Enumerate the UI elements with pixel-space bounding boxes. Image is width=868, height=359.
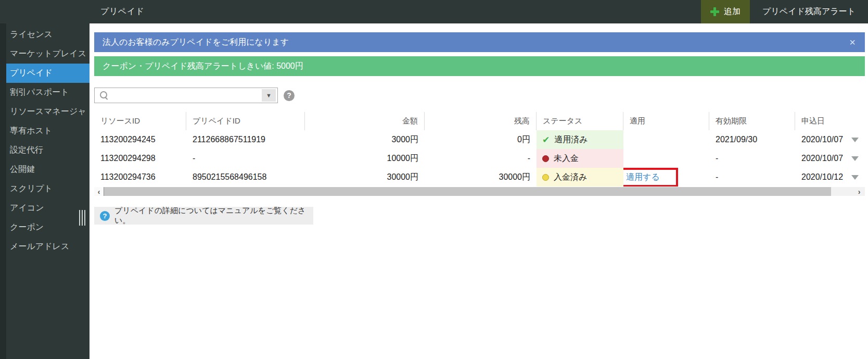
scrollbar-thumb[interactable] xyxy=(104,187,831,196)
scroll-right-icon[interactable]: › xyxy=(853,187,865,196)
cell-prepaid-id: - xyxy=(186,149,305,168)
cell-expiry: - xyxy=(709,149,795,168)
prepaid-balance-alert-button[interactable]: プリペイド残高アラート xyxy=(750,0,868,23)
column-header-expiry: 有効期限 xyxy=(709,112,795,130)
cell-amount: 3000円 xyxy=(305,130,425,149)
row-dropdown-icon[interactable] xyxy=(851,175,859,180)
info-banner-text: 法人のお客様のみプリペイドをご利用になります xyxy=(103,37,289,48)
column-header-order-date: 申込日 xyxy=(795,112,845,130)
help-icon: ? xyxy=(100,211,110,221)
threshold-banner: クーポン・プリペイド残高アラートしきい値: 5000円 xyxy=(94,56,865,76)
cell-resource-id: 113200294245 xyxy=(94,130,186,149)
cell-balance: - xyxy=(425,149,537,168)
plus-icon xyxy=(710,7,719,16)
column-header-resource-id: リソースID xyxy=(94,112,186,130)
sidebar-item-dedicated-host[interactable]: 専有ホスト xyxy=(6,121,90,141)
cell-balance: 30000円 xyxy=(425,168,537,187)
scroll-left-icon[interactable]: ‹ xyxy=(94,187,104,196)
table-row: 113200294245 2112668867511919 3000円 0円 ✔… xyxy=(94,130,865,149)
sidebar-item-icon[interactable]: アイコン xyxy=(6,199,90,218)
cell-order-date: 2020/10/07 xyxy=(795,130,845,149)
add-button[interactable]: 追加 xyxy=(701,0,750,23)
topbar-actions: 追加 プリペイド残高アラート xyxy=(701,0,868,23)
column-header-apply: 適用 xyxy=(623,112,709,130)
red-dot-icon xyxy=(542,155,549,162)
status-badge: ✔ 適用済み xyxy=(537,130,623,149)
status-label: 未入金 xyxy=(554,153,579,164)
sidebar-item-license[interactable]: ライセンス xyxy=(6,25,90,44)
sidebar-item-public-key[interactable]: 公開鍵 xyxy=(6,160,90,179)
help-bar: ? プリペイドの詳細についてはマニュアルをご覧ください。 xyxy=(94,207,313,225)
sidebar-nav: ライセンス マーケットプレイス プリペイド 割引パスポート リソースマネージャ … xyxy=(0,23,90,256)
top-bar: プリペイド 追加 プリペイド残高アラート xyxy=(0,0,868,23)
status-badge: 入金済み xyxy=(537,168,623,187)
table-header: リソースID プリペイドID 金額 残高 ステータス 適用 有効期限 申込日 xyxy=(94,112,865,130)
page-title: プリペイド xyxy=(100,6,144,17)
row-dropdown-icon[interactable] xyxy=(851,138,859,142)
cell-expiry: 2021/09/30 xyxy=(709,130,795,149)
cell-row-menu xyxy=(845,149,865,168)
status-label: 入金済み xyxy=(554,172,587,183)
cell-row-menu xyxy=(845,130,865,149)
cell-order-date: 2020/10/12 xyxy=(795,168,845,187)
search-help-icon[interactable]: ? xyxy=(284,90,295,101)
cell-amount: 30000円 xyxy=(305,168,425,187)
search-row: ▼ ? xyxy=(94,88,865,103)
cell-resource-id: 113200294298 xyxy=(94,149,186,168)
sidebar-item-discount-passport[interactable]: 割引パスポート xyxy=(6,83,90,102)
cell-apply xyxy=(623,149,709,168)
row-dropdown-icon[interactable] xyxy=(851,156,859,161)
threshold-banner-text: クーポン・プリペイド残高アラートしきい値: 5000円 xyxy=(103,61,303,72)
info-banner: 法人のお客様のみプリペイドをご利用になります × xyxy=(94,32,865,52)
sidebar-item-marketplace[interactable]: マーケットプレイス xyxy=(6,44,90,64)
search-input[interactable] xyxy=(112,88,262,103)
sidebar: ライセンス マーケットプレイス プリペイド 割引パスポート リソースマネージャ … xyxy=(0,23,90,359)
scrollbar-track[interactable] xyxy=(831,187,853,196)
cell-amount: 10000円 xyxy=(305,149,425,168)
yellow-dot-icon xyxy=(542,174,549,181)
sidebar-item-prepaid[interactable]: プリペイド xyxy=(6,64,90,83)
close-icon[interactable]: × xyxy=(848,37,857,47)
apply-highlight-box: 適用する xyxy=(623,168,678,187)
cell-prepaid-id: 8950215568496158 xyxy=(186,168,305,187)
column-header-amount: 金額 xyxy=(305,112,425,130)
cell-apply xyxy=(623,130,709,149)
cell-row-menu xyxy=(845,168,865,187)
cell-expiry: - xyxy=(709,168,795,187)
sidebar-item-resource-manager[interactable]: リソースマネージャ xyxy=(6,102,90,121)
column-header-prepaid-id: プリペイドID xyxy=(186,112,305,130)
search-filter-dropdown-button[interactable]: ▼ xyxy=(262,89,276,102)
cell-prepaid-id: 2112668867511919 xyxy=(186,130,305,149)
cell-balance: 0円 xyxy=(425,130,537,149)
check-icon: ✔ xyxy=(542,134,550,145)
chevron-down-icon: ▼ xyxy=(266,92,272,98)
help-text: プリペイドの詳細についてはマニュアルをご覧ください。 xyxy=(114,206,313,226)
main-content: 法人のお客様のみプリペイドをご利用になります × クーポン・プリペイド残高アラー… xyxy=(94,23,865,225)
sidebar-item-script[interactable]: スクリプト xyxy=(6,179,90,199)
horizontal-scrollbar: ‹ › xyxy=(94,187,865,196)
search-box: ▼ xyxy=(94,88,278,103)
column-header-status: ステータス xyxy=(537,112,623,130)
sidebar-item-coupon[interactable]: クーポン xyxy=(6,218,90,237)
add-button-label: 追加 xyxy=(724,6,741,17)
sidebar-item-mail-address[interactable]: メールアドレス xyxy=(6,237,90,256)
sidebar-item-setup-agency[interactable]: 設定代行 xyxy=(6,141,90,160)
table-row: 113200294736 8950215568496158 30000円 300… xyxy=(94,168,865,187)
status-badge: 未入金 xyxy=(537,149,623,168)
apply-link[interactable]: 適用する xyxy=(626,172,660,183)
cell-order-date: 2020/10/07 xyxy=(795,149,845,168)
search-icon xyxy=(99,91,109,100)
cell-apply: 適用する xyxy=(623,168,709,187)
sidebar-resize-grip-icon[interactable] xyxy=(79,210,86,226)
table-row: 113200294298 - 10000円 - 未入金 - 2020/10/07 xyxy=(94,149,865,168)
column-header-balance: 残高 xyxy=(425,112,537,130)
column-header-actions xyxy=(845,112,865,130)
cell-resource-id: 113200294736 xyxy=(94,168,186,187)
status-label: 適用済み xyxy=(554,134,588,145)
